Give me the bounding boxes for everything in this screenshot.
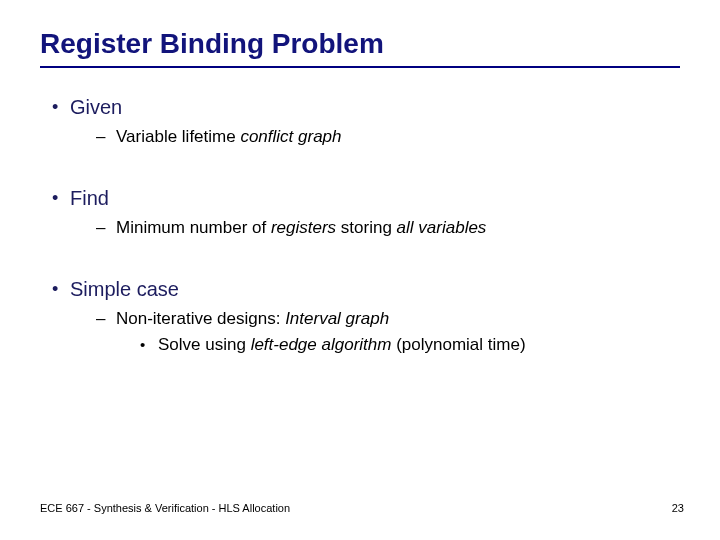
bullet-dot-icon: •	[140, 336, 158, 353]
text-fragment: storing	[336, 218, 396, 237]
bullet-find: • Find	[52, 187, 680, 210]
text-fragment: Variable lifetime	[116, 127, 240, 146]
dash-icon: –	[96, 309, 116, 329]
bullet-simple: • Simple case	[52, 278, 680, 301]
slide-content: • Given – Variable lifetime conflict gra…	[40, 96, 680, 355]
slide: Register Binding Problem • Given – Varia…	[0, 0, 720, 540]
bullet-dot-icon: •	[52, 98, 70, 116]
text-fragment: Solve using	[158, 335, 251, 354]
slide-title: Register Binding Problem	[40, 28, 680, 60]
text-emph: registers	[271, 218, 336, 237]
bullet-simple-sub: – Non-iterative designs: Interval graph	[96, 309, 680, 329]
bullet-find-sub: – Minimum number of registers storing al…	[96, 218, 680, 238]
dash-icon: –	[96, 218, 116, 238]
text-emph: Interval graph	[285, 309, 389, 328]
bullet-find-sub-text: Minimum number of registers storing all …	[116, 218, 486, 238]
text-emph: all variables	[397, 218, 487, 237]
bullet-dot-icon: •	[52, 280, 70, 298]
page-number: 23	[672, 502, 684, 514]
bullet-given-sub: – Variable lifetime conflict graph	[96, 127, 680, 147]
text-fragment: Minimum number of	[116, 218, 271, 237]
bullet-simple-label: Simple case	[70, 278, 179, 301]
footer-text: ECE 667 - Synthesis & Verification - HLS…	[40, 502, 290, 514]
text-emph: conflict graph	[240, 127, 341, 146]
bullet-given-sub-text: Variable lifetime conflict graph	[116, 127, 342, 147]
text-fragment: Non-iterative designs:	[116, 309, 285, 328]
text-fragment: (polynomial time)	[391, 335, 525, 354]
bullet-dot-icon: •	[52, 189, 70, 207]
bullet-given-label: Given	[70, 96, 122, 119]
dash-icon: –	[96, 127, 116, 147]
title-underline	[40, 66, 680, 68]
bullet-find-label: Find	[70, 187, 109, 210]
bullet-simple-subsub-text: Solve using left-edge algorithm (polynom…	[158, 335, 526, 355]
text-emph: left-edge algorithm	[251, 335, 392, 354]
bullet-simple-sub-text: Non-iterative designs: Interval graph	[116, 309, 389, 329]
bullet-given: • Given	[52, 96, 680, 119]
bullet-simple-subsub: • Solve using left-edge algorithm (polyn…	[140, 335, 680, 355]
